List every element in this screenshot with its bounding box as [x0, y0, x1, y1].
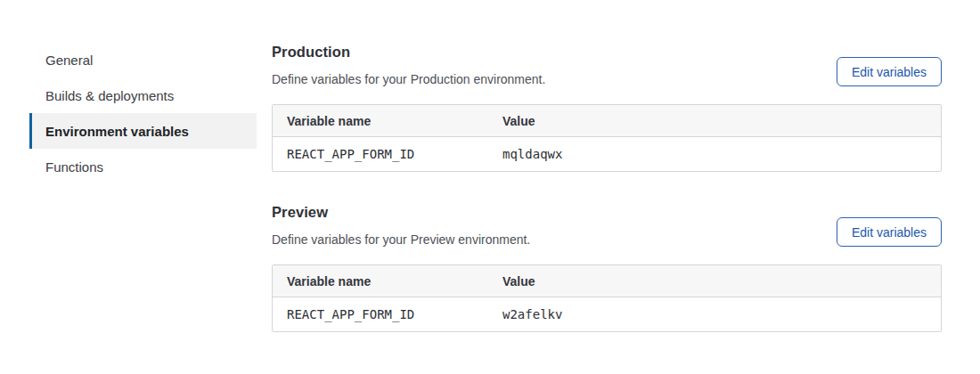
sidebar-item-label: Builds & deployments	[45, 88, 174, 103]
production-section-titles: Production Define variables for your Pro…	[272, 44, 545, 86]
section-description-production: Define variables for your Production env…	[272, 72, 545, 86]
settings-content: Production Define variables for your Pro…	[272, 0, 942, 332]
table-header-row: Variable name Value	[273, 265, 941, 297]
column-header-value: Value	[488, 265, 941, 297]
variable-name-cell: REACT_APP_FORM_ID	[273, 297, 488, 331]
section-title-preview: Preview	[272, 204, 530, 221]
sidebar-item-label: Environment variables	[45, 124, 189, 139]
table-header-row: Variable name Value	[273, 105, 941, 137]
settings-sidebar: General Builds & deployments Environment…	[0, 0, 257, 184]
sidebar-item-environment-variables[interactable]: Environment variables	[29, 113, 257, 149]
sidebar-item-label: Functions	[45, 159, 103, 175]
sidebar-item-general[interactable]: General	[29, 42, 257, 77]
column-header-value: Value	[488, 105, 941, 137]
variable-value-cell: mqldaqwx	[488, 137, 941, 171]
preview-section: Preview Define variables for your Previe…	[272, 204, 942, 332]
edit-variables-button-production[interactable]: Edit variables	[837, 57, 942, 86]
column-header-variable-name: Variable name	[273, 265, 488, 297]
edit-variables-button-preview[interactable]: Edit variables	[837, 217, 942, 247]
preview-section-titles: Preview Define variables for your Previe…	[272, 204, 530, 247]
section-description-preview: Define variables for your Preview enviro…	[272, 232, 530, 247]
preview-section-header: Preview Define variables for your Previe…	[272, 204, 942, 247]
sidebar-item-label: General	[45, 53, 93, 68]
production-section: Production Define variables for your Pro…	[272, 44, 942, 172]
sidebar-item-functions[interactable]: Functions	[29, 149, 257, 184]
table-row: REACT_APP_FORM_ID w2afelkv	[273, 297, 941, 331]
preview-variables-table: Variable name Value REACT_APP_FORM_ID w2…	[272, 264, 942, 332]
section-title-production: Production	[272, 44, 545, 61]
table-row: REACT_APP_FORM_ID mqldaqwx	[273, 137, 941, 171]
settings-nav: General Builds & deployments Environment…	[29, 42, 257, 184]
variable-name-cell: REACT_APP_FORM_ID	[273, 137, 488, 171]
variable-value-cell: w2afelkv	[488, 297, 941, 331]
production-variables-table: Variable name Value REACT_APP_FORM_ID mq…	[272, 104, 942, 172]
settings-page: General Builds & deployments Environment…	[0, 0, 980, 332]
production-section-header: Production Define variables for your Pro…	[272, 44, 942, 86]
sidebar-item-builds-deployments[interactable]: Builds & deployments	[29, 77, 257, 113]
column-header-variable-name: Variable name	[273, 105, 488, 137]
